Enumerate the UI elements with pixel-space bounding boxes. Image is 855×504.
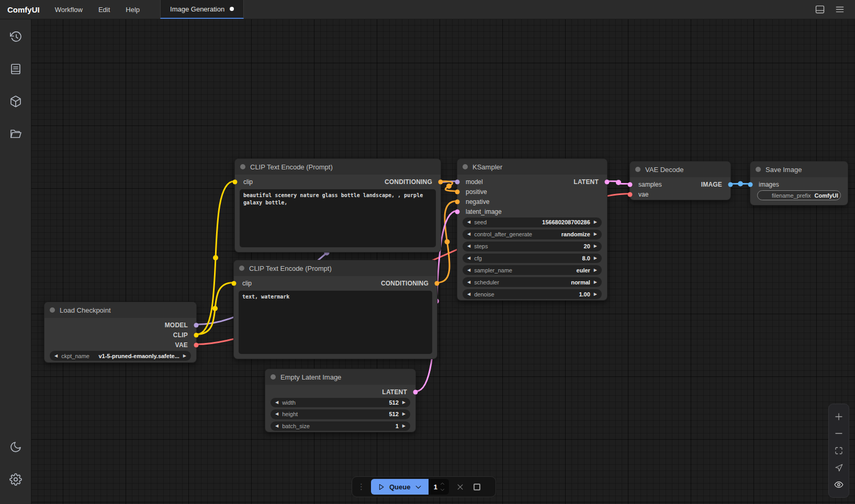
node-header[interactable]: CLIP Text Encode (Prompt) (235, 159, 441, 175)
output-port-MODEL[interactable] (194, 323, 199, 327)
node-slots: samplesIMAGEvae (630, 177, 730, 199)
output-port-LATENT[interactable] (605, 179, 610, 184)
output-port-LATENT[interactable] (413, 390, 418, 394)
input-port-latent_image[interactable] (455, 209, 460, 214)
decrement-arrow-icon[interactable]: ◀ (467, 232, 470, 236)
collapse-dot-icon[interactable] (756, 167, 761, 172)
node-header[interactable]: KSampler (457, 159, 607, 175)
workflow-tab[interactable]: Image Generation (160, 0, 244, 19)
increment-arrow-icon[interactable]: ▶ (594, 220, 597, 224)
panel-bottom-icon[interactable] (810, 0, 830, 19)
prompt-textarea[interactable]: text, watermark (239, 291, 432, 354)
increment-arrow-icon[interactable]: ▶ (402, 400, 406, 405)
widget-scheduler[interactable]: ◀schedulernormal▶ (463, 277, 602, 287)
output-port-CLIP[interactable] (194, 333, 199, 337)
widget-steps[interactable]: ◀steps20▶ (463, 242, 602, 251)
theme-icon[interactable] (0, 435, 31, 459)
output-port-CONDITIONING[interactable] (438, 179, 443, 184)
decrement-arrow-icon[interactable]: ◀ (467, 256, 470, 260)
input-port-model[interactable] (455, 179, 460, 184)
node-empty-latent-image[interactable]: Empty Latent ImageLATENT◀width512▶◀heigh… (265, 369, 416, 432)
workflows-icon[interactable] (0, 122, 31, 146)
settings-icon[interactable] (0, 467, 31, 491)
increment-arrow-icon[interactable]: ▶ (594, 280, 597, 284)
node-load-checkpoint[interactable]: Load CheckpointMODELCLIPVAE◀ckpt_namev1-… (44, 302, 197, 363)
queue-button[interactable]: Queue (371, 479, 429, 495)
input-port-positive[interactable] (455, 189, 460, 194)
clear-queue-icon[interactable] (454, 483, 466, 491)
collapse-dot-icon[interactable] (239, 266, 244, 271)
collapse-dot-icon[interactable] (50, 307, 55, 313)
increment-arrow-icon[interactable]: ▶ (402, 424, 406, 428)
toggle-links-icon[interactable] (828, 480, 849, 489)
model-library-icon[interactable] (0, 89, 31, 113)
increment-arrow-icon[interactable]: ▶ (594, 292, 597, 296)
menu-workflow[interactable]: Workflow (47, 0, 91, 19)
output-port-CONDITIONING[interactable] (435, 281, 440, 285)
node-clip-text-encode-prompt[interactable]: CLIP Text Encode (Prompt)clipCONDITIONIN… (234, 158, 441, 253)
increment-arrow-icon[interactable]: ▶ (594, 244, 597, 248)
input-port-vae[interactable] (628, 192, 633, 197)
node-header[interactable]: Save Image (750, 162, 848, 177)
decrement-arrow-icon[interactable]: ◀ (275, 400, 278, 405)
zoom-in-icon[interactable] (828, 412, 849, 421)
collapse-dot-icon[interactable] (271, 374, 276, 380)
decrement-arrow-icon[interactable]: ◀ (467, 244, 470, 248)
decrement-arrow-icon[interactable]: ◀ (275, 412, 278, 416)
menu-help[interactable]: Help (118, 0, 148, 19)
node-library-icon[interactable] (0, 57, 31, 81)
input-port-samples[interactable] (628, 182, 633, 187)
menu-edit[interactable]: Edit (91, 0, 118, 19)
stop-icon[interactable] (471, 484, 482, 490)
increment-arrow-icon[interactable]: ▶ (183, 354, 186, 358)
drag-handle[interactable]: ⋮ (357, 482, 366, 491)
widget-seed[interactable]: ◀seed156680208700286▶ (463, 217, 602, 227)
widget-batch_size[interactable]: ◀batch_size1▶ (271, 421, 410, 431)
widget-width[interactable]: ◀width512▶ (271, 398, 410, 407)
widget-height[interactable]: ◀height512▶ (271, 409, 410, 419)
node-vae-decode[interactable]: VAE DecodesamplesIMAGEvae (629, 161, 731, 200)
widget-cfg[interactable]: ◀cfg8.0▶ (463, 254, 602, 264)
menu-icon[interactable] (830, 0, 850, 19)
increment-arrow-icon[interactable]: ▶ (594, 232, 597, 236)
fit-view-icon[interactable] (828, 446, 849, 455)
decrement-arrow-icon[interactable]: ◀ (467, 280, 470, 284)
node-save-image[interactable]: Save Imageimagesfilename_prefixComfyUI (750, 161, 848, 205)
zoom-out-icon[interactable] (828, 429, 849, 438)
node-ksampler[interactable]: KSamplermodelLATENTpositivenegativelaten… (457, 158, 608, 301)
widget-filename_prefix[interactable]: filename_prefixComfyUI (757, 190, 841, 200)
prompt-textarea[interactable]: beautiful scenery nature glass bottle la… (240, 189, 436, 247)
output-port-IMAGE[interactable] (728, 182, 733, 187)
history-icon[interactable] (0, 25, 31, 49)
decrement-arrow-icon[interactable]: ◀ (467, 220, 470, 224)
output-port-VAE[interactable] (194, 342, 199, 347)
node-header[interactable]: Empty Latent Image (265, 369, 415, 385)
collapse-dot-icon[interactable] (635, 167, 640, 172)
collapse-dot-icon[interactable] (463, 164, 468, 169)
increment-arrow-icon[interactable]: ▶ (402, 412, 406, 416)
collapse-dot-icon[interactable] (240, 164, 245, 169)
widget-sampler_name[interactable]: ◀sampler_nameeuler▶ (463, 265, 602, 275)
widget-label: width (282, 399, 296, 406)
widget-ckpt_name[interactable]: ◀ckpt_namev1-5-pruned-emaonly.safete...▶ (50, 351, 191, 361)
node-header[interactable]: Load Checkpoint (44, 302, 196, 318)
input-port-negative[interactable] (455, 199, 460, 204)
batch-count-input[interactable]: 1 (433, 483, 438, 491)
decrement-arrow-icon[interactable]: ◀ (467, 292, 470, 296)
input-port-images[interactable] (748, 182, 753, 187)
decrement-arrow-icon[interactable]: ◀ (467, 268, 470, 272)
widget-denoise[interactable]: ◀denoise1.00▶ (463, 289, 602, 299)
decrement-arrow-icon[interactable]: ◀ (54, 354, 58, 358)
increment-arrow-icon[interactable]: ▶ (594, 256, 597, 260)
node-clip-text-encode-prompt[interactable]: CLIP Text Encode (Prompt)clipCONDITIONIN… (233, 260, 437, 359)
increment-count-icon[interactable] (440, 482, 445, 486)
increment-arrow-icon[interactable]: ▶ (594, 268, 597, 272)
node-header[interactable]: VAE Decode (630, 162, 730, 177)
node-header[interactable]: CLIP Text Encode (Prompt) (234, 260, 437, 276)
decrement-arrow-icon[interactable]: ◀ (275, 424, 278, 428)
select-mode-icon[interactable] (828, 463, 849, 473)
widget-control_after_generate[interactable]: ◀control_after_generaterandomize▶ (463, 230, 602, 239)
input-port-clip[interactable] (233, 179, 238, 184)
decrement-count-icon[interactable] (440, 487, 445, 492)
input-port-clip[interactable] (232, 281, 237, 285)
